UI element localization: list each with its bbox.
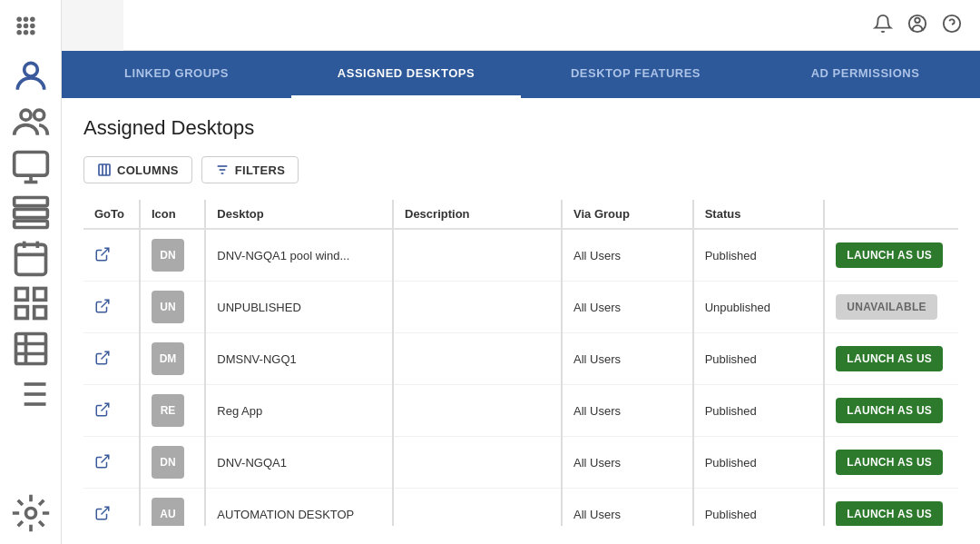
users-icon [11,102,51,142]
cell-desktop-4: DNV-NGQA1 [205,437,393,489]
table-row: DNDNV-NGQA1 pool wind...All UsersPublish… [83,229,958,282]
svg-point-8 [30,30,35,35]
toolbar: COLUMNS FILTERS [83,156,958,183]
columns-label: COLUMNS [117,163,179,177]
desktop-icon-badge: DN [152,446,184,479]
svg-line-48 [102,300,109,307]
goto-link-icon[interactable] [94,355,111,369]
cell-desktop-0: DNV-NGQA1 pool wind... [205,229,393,282]
sidebar-item-users[interactable] [11,102,51,142]
help-icon[interactable] [942,14,962,37]
table-row: DNDNV-NGQA1All UsersPublishedLAUNCH AS U… [83,437,958,489]
desktop-icon-badge: UN [152,291,184,323]
table-header-row: GoTo Icon Desktop Description Via Group … [83,200,958,229]
topbar [123,0,980,51]
sidebar-item-list[interactable] [11,374,51,414]
sidebar [0,0,62,544]
svg-point-7 [23,30,28,35]
cell-status-4: Published [693,437,825,489]
cell-viagroup-2: All Users [562,333,693,385]
grid-icon [11,283,51,323]
sidebar-item-apps[interactable] [11,11,51,51]
sidebar-item-grid[interactable] [11,283,51,323]
cell-goto-4 [83,437,140,489]
svg-rect-16 [14,209,47,217]
page-content: Assigned Desktops COLUMNS FILTERS [62,98,980,544]
svg-line-49 [102,351,109,359]
tab-linked-groups[interactable]: LINKED GROUPS [62,51,291,98]
table-row: UNUNPUBLISHEDAll UsersUnpublishedUNAVAIL… [83,282,958,333]
cell-status-3: Published [693,385,825,437]
svg-line-47 [102,248,109,255]
cell-status-0: Published [693,229,825,282]
cell-description-2 [393,333,562,385]
tab-ad-permissions[interactable]: AD PERMISSIONS [750,51,980,98]
desktops-table: GoTo Icon Desktop Description Via Group … [83,200,958,526]
sidebar-item-calendar[interactable] [11,238,51,278]
cell-status-1: Unpublished [693,282,825,333]
user-icon [11,56,51,96]
svg-point-1 [23,16,28,22]
launch-button[interactable]: LAUNCH AS US [836,450,943,475]
filters-button[interactable]: FILTERS [201,156,299,183]
cell-desktop-2: DMSNV-NGQ1 [205,333,393,385]
svg-point-5 [30,24,35,29]
cell-desktop-3: Reg App [205,385,393,437]
table-body: DNDNV-NGQA1 pool wind...All UsersPublish… [83,229,958,526]
cell-goto-1 [83,282,140,333]
desktop-icon-badge: AU [152,498,184,526]
filters-label: FILTERS [235,163,285,177]
sidebar-item-table[interactable] [11,329,51,369]
cell-description-5 [393,489,562,527]
goto-link-icon[interactable] [94,303,111,317]
goto-link-icon[interactable] [94,252,111,265]
cell-icon-1: UN [140,282,205,333]
sidebar-item-user[interactable] [11,56,51,96]
svg-line-50 [102,403,109,410]
cell-viagroup-1: All Users [562,282,693,333]
unavailable-button: UNAVAILABLE [836,294,937,320]
svg-rect-17 [14,221,47,227]
sidebar-item-desktop[interactable] [11,147,51,187]
cell-viagroup-0: All Users [562,229,693,282]
monitor-icon [11,147,51,187]
col-header-icon: Icon [140,200,205,229]
launch-button[interactable]: LAUNCH AS US [836,398,943,423]
apps-icon [11,11,51,51]
col-header-goto: GoTo [83,200,140,229]
desktop-icon-badge: DN [152,239,184,272]
calendar-icon [11,238,51,278]
table-icon [11,329,51,369]
col-header-description: Description [393,200,562,229]
launch-button[interactable]: LAUNCH AS US [836,346,943,371]
svg-line-51 [102,455,109,462]
server-icon [11,193,51,232]
svg-rect-18 [15,244,45,274]
launch-button[interactable]: LAUNCH AS US [836,501,943,526]
settings-icon [11,493,51,533]
goto-link-icon[interactable] [94,407,111,420]
col-header-viagroup: Via Group [562,200,693,229]
sidebar-item-settings[interactable] [11,493,51,533]
cell-action-2: LAUNCH AS US [824,333,958,385]
table-row: AUAUTOMATION DESKTOPAll UsersPublishedLA… [83,489,958,527]
launch-button[interactable]: LAUNCH AS US [836,242,943,268]
columns-icon [97,163,112,177]
svg-point-0 [16,16,22,22]
sidebar-item-server[interactable] [11,193,51,232]
svg-point-9 [24,63,37,76]
columns-button[interactable]: COLUMNS [83,156,192,183]
svg-point-11 [34,110,44,120]
notifications-icon[interactable] [873,14,893,37]
col-header-action [824,200,958,229]
goto-link-icon[interactable] [94,510,111,524]
user-account-icon[interactable] [907,14,927,37]
svg-rect-12 [14,153,47,176]
tab-desktop-features[interactable]: DESKTOP FEATURES [521,51,750,98]
goto-link-icon[interactable] [94,459,111,472]
svg-point-10 [21,110,31,120]
svg-rect-24 [15,307,27,319]
tab-assigned-desktops[interactable]: ASSIGNED DESKTOPS [291,51,521,98]
cell-status-5: Published [693,489,825,527]
svg-rect-25 [34,307,45,319]
